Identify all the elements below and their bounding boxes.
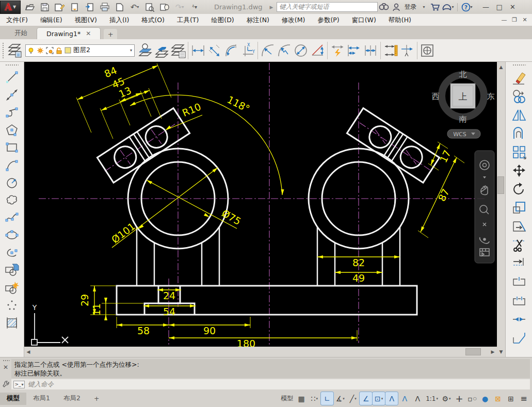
dim-break-icon[interactable] (399, 41, 415, 60)
dim-aligned-icon[interactable] (206, 41, 223, 60)
chevron-down-icon[interactable]: ▾ (449, 397, 451, 401)
publish-button[interactable] (158, 2, 171, 13)
isodraft-toggle[interactable]: ╱▾ (347, 392, 359, 405)
customization-menu-icon[interactable]: ≡ (518, 392, 530, 405)
dim-linear-icon[interactable] (190, 41, 206, 60)
layer-properties-icon[interactable] (170, 41, 186, 60)
menu-modify[interactable]: 修改(M) (276, 14, 312, 26)
arc-tool[interactable] (2, 156, 22, 173)
import-button[interactable] (84, 2, 96, 13)
trim-tool[interactable] (509, 236, 529, 254)
chevron-down-icon[interactable]: ▾ (354, 397, 357, 401)
layer-select[interactable]: 图层2 ▾ (25, 44, 135, 57)
ellipse-tool[interactable] (2, 226, 22, 243)
search-expand-arrow[interactable]: ▶ (270, 5, 273, 10)
layer-color-swatch[interactable] (65, 47, 71, 54)
hscroll-thumb[interactable] (465, 348, 481, 355)
polygon-tool[interactable] (2, 121, 22, 138)
annotation-visibility-toggle[interactable]: Λ (385, 392, 398, 405)
user-icon[interactable] (390, 2, 402, 13)
command-input-placeholder[interactable]: 键入命令 (28, 380, 54, 389)
menu-format[interactable]: 格式(O) (135, 14, 171, 26)
chevron-down-icon[interactable]: ▾ (423, 5, 425, 9)
save-button[interactable] (39, 2, 51, 13)
dim-jogged-icon[interactable] (276, 41, 293, 60)
app-store-cart-icon[interactable] (429, 2, 442, 13)
chevron-down-icon[interactable]: ▾ (452, 5, 454, 9)
line-tool[interactable] (2, 69, 22, 86)
menu-tools[interactable]: 工具(T) (171, 14, 205, 26)
viewcube-north-label[interactable]: 北 (459, 70, 467, 79)
chevron-down-icon[interactable]: ▾ (316, 397, 318, 401)
insert-block-tool[interactable] (2, 262, 22, 279)
center-mark-icon[interactable] (419, 41, 436, 60)
ellipse-arc-tool[interactable] (2, 244, 22, 261)
customize-wrench-icon[interactable] (3, 380, 10, 387)
command-close-icon[interactable]: ✕ (3, 364, 8, 371)
scroll-left-icon[interactable]: ◀ (24, 348, 33, 356)
left-bracket[interactable] (97, 108, 189, 183)
tab-drawing1[interactable]: Drawing1* ✕ (37, 27, 101, 39)
scale-tool[interactable] (509, 199, 529, 217)
tab-layout1[interactable]: 布局1 (26, 393, 57, 405)
point-tool[interactable] (2, 297, 22, 314)
tab-model[interactable]: 模型 (0, 393, 26, 405)
new-tab-button[interactable]: + (104, 29, 117, 39)
chevron-down-icon[interactable]: ▾ (381, 397, 383, 401)
performance-icon[interactable]: ⊠ (492, 392, 504, 405)
chevron-down-icon[interactable]: ▾ (137, 5, 139, 9)
layer-thaw-icon[interactable] (37, 47, 44, 54)
search-input[interactable]: 键入关键字或短语 (277, 2, 378, 12)
chevron-down-icon[interactable]: ▾ (182, 5, 184, 9)
tab-close-icon[interactable]: ✕ (86, 30, 91, 37)
dim-continue-icon[interactable] (362, 41, 379, 60)
scroll-right-icon[interactable]: ▶ (489, 348, 497, 356)
dim-angular-icon[interactable] (309, 41, 326, 60)
grid-toggle[interactable]: ▦ (295, 392, 308, 405)
navigation-bar[interactable] (475, 151, 494, 263)
chevron-down-icon[interactable]: ▾ (471, 5, 473, 9)
toolbar-grip[interactable] (2, 42, 5, 59)
dim-baseline-icon[interactable] (346, 41, 362, 60)
scroll-up-icon[interactable]: ▲ (497, 63, 505, 71)
annotation-scale-value[interactable]: 1:1▾ (424, 392, 440, 405)
ortho-toggle[interactable]: ∟ (321, 392, 333, 405)
rotate-tool[interactable] (509, 180, 529, 198)
command-grip[interactable] (3, 360, 10, 362)
doc-close-button[interactable]: ✕ (520, 15, 530, 25)
command-input[interactable]: >_▾ 键入命令 (11, 379, 530, 389)
menu-help[interactable]: 帮助(H) (382, 14, 417, 26)
break-tool[interactable] (509, 291, 529, 310)
qat-customize-button[interactable]: ⸛▾ (188, 2, 201, 13)
redo-button[interactable]: ↷▾ (173, 2, 186, 13)
part-geometry[interactable] (97, 108, 439, 315)
doc-minimize-button[interactable]: — (499, 15, 509, 25)
copy-tool[interactable] (509, 87, 529, 105)
menu-window[interactable]: 窗口(W) (346, 14, 382, 26)
save-as-button[interactable] (54, 2, 66, 13)
revision-cloud-tool[interactable] (2, 191, 22, 208)
search-icon[interactable] (378, 2, 390, 13)
stretch-tool[interactable] (509, 217, 529, 235)
maximize-button[interactable]: □ (493, 2, 506, 12)
app-menu-button[interactable]: A▼ (0, 1, 21, 14)
layer-previous-icon[interactable] (153, 41, 170, 60)
move-tool[interactable] (509, 161, 529, 180)
tab-layout2[interactable]: 布局2 (57, 393, 87, 405)
offset-tool[interactable] (509, 124, 529, 142)
layer-vp-freeze-icon[interactable] (46, 47, 54, 54)
chevron-down-icon[interactable]: ▾ (343, 397, 345, 401)
menu-dimension[interactable]: 标注(N) (240, 14, 276, 26)
viewcube-top-label[interactable]: 上 (459, 91, 467, 102)
make-object-layer-current-icon[interactable] (137, 41, 153, 60)
polyline-tool[interactable] (2, 104, 22, 121)
signin-button[interactable]: 登录 (405, 3, 417, 11)
open-button[interactable] (24, 2, 36, 13)
array-tool[interactable] (509, 143, 529, 161)
hatch-tool[interactable] (2, 314, 22, 331)
viewcube-south-label[interactable]: 南 (459, 115, 467, 124)
annotation-scale-icon[interactable]: Λ (411, 392, 424, 405)
tab-start[interactable]: 开始 (5, 27, 37, 39)
minimize-button[interactable]: — (479, 2, 493, 12)
new-sheet-button[interactable] (114, 2, 126, 13)
